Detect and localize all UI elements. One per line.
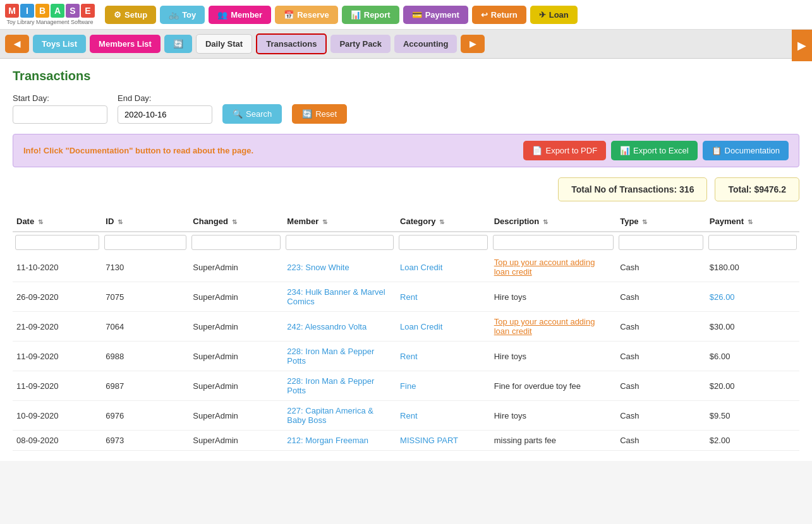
end-day-label: End Day: <box>118 93 212 103</box>
party-pack-button[interactable]: Party Pack <box>330 35 391 53</box>
total-transactions-value: 316 <box>679 184 694 194</box>
forward-button[interactable]: ▶ <box>461 35 485 53</box>
nav-btn-return[interactable]: ↩ Return <box>472 6 526 24</box>
daily-stat-button[interactable]: Daily Stat <box>196 34 252 54</box>
nav-label: Loan <box>549 10 569 20</box>
reset-icon: 🔄 <box>302 109 312 119</box>
logo-letter-m: M <box>5 4 19 18</box>
col-payment[interactable]: Payment ⇅ <box>706 211 799 232</box>
col-type[interactable]: Type ⇅ <box>616 211 706 232</box>
filter-id[interactable] <box>104 235 186 250</box>
cell-member: 234: Hulk Banner & Marvel Comics <box>283 282 396 312</box>
cell-date: 11-10-2020 <box>13 253 102 282</box>
table-row: 11-09-20206987SuperAdmin228: Iron Man & … <box>13 371 799 401</box>
nav-icon: 🚲 <box>169 10 179 20</box>
cell-description: Hire toys <box>490 401 616 431</box>
table-row: 11-10-20207130SuperAdmin223: Snow WhiteL… <box>13 253 799 282</box>
members-list-button[interactable]: Members List <box>90 35 161 53</box>
logo-subtitle: Toy Library Management Software <box>6 19 93 25</box>
filter-description[interactable] <box>493 235 614 250</box>
amount-value: $26.00 <box>710 292 735 302</box>
col-label-description: Description <box>494 217 540 226</box>
col-category[interactable]: Category ⇅ <box>396 211 490 232</box>
link-desc[interactable]: Top up your account adding loan credit <box>494 258 595 277</box>
cell-category: Loan Credit <box>396 312 490 342</box>
nav-btn-reserve[interactable]: 📅 Reserve <box>275 6 338 24</box>
nav-label: Payment <box>425 10 459 20</box>
cell-type: Cash <box>616 282 706 312</box>
cell-payment: $180.00 <box>706 253 799 282</box>
nav-btn-member[interactable]: 👥 Member <box>209 6 271 24</box>
nav-btn-setup[interactable]: ⚙ Setup <box>105 6 156 24</box>
cell-id: 7075 <box>102 282 189 312</box>
end-day-group: End Day: <box>118 93 212 124</box>
filter-changed[interactable] <box>191 235 281 250</box>
link-category[interactable]: MISSING PART <box>400 436 458 445</box>
sort-arrows-member: ⇅ <box>322 218 327 225</box>
reset-button[interactable]: 🔄 Reset <box>292 104 347 124</box>
link-member[interactable]: 228: Iron Man & Pepper Potts <box>287 347 374 366</box>
col-label-changed: Changed <box>193 217 228 226</box>
link-category[interactable]: Loan Credit <box>400 263 442 272</box>
link-member[interactable]: 234: Hulk Banner & Marvel Comics <box>287 287 385 306</box>
col-label-payment: Payment <box>710 217 744 226</box>
cell-changed: SuperAdmin <box>189 342 283 371</box>
total-transactions-box: Total No of Transactions: 316 <box>558 177 707 201</box>
transactions-button[interactable]: Transactions <box>256 33 327 54</box>
toys-list-button[interactable]: Toys List <box>33 35 86 53</box>
nav-btn-toy[interactable]: 🚲 Toy <box>160 6 205 24</box>
link-category[interactable]: Rent <box>400 352 417 361</box>
cell-date: 11-09-2020 <box>13 342 102 371</box>
sub-label: Party Pack <box>339 39 382 49</box>
sort-arrows-type: ⇅ <box>642 218 647 225</box>
back-button[interactable]: ◀ <box>5 35 29 53</box>
nav-btn-report[interactable]: 📊 Report <box>342 6 399 24</box>
col-changed[interactable]: Changed ⇅ <box>189 211 283 232</box>
sub-nav: ◀Toys ListMembers List🔄Daily StatTransac… <box>0 30 812 59</box>
cell-changed: SuperAdmin <box>189 371 283 401</box>
cell-category: MISSING PART <box>396 431 490 451</box>
nav-btn-payment[interactable]: 💳 Payment <box>403 6 468 24</box>
cell-category: Rent <box>396 401 490 431</box>
link-category[interactable]: Fine <box>400 381 416 391</box>
link-category[interactable]: Loan Credit <box>400 322 442 331</box>
end-day-input[interactable] <box>118 105 212 124</box>
link-category[interactable]: Rent <box>400 411 417 420</box>
info-bar: Info! Click "Documentation" button to re… <box>13 134 799 167</box>
filter-type[interactable] <box>619 235 703 250</box>
refresh-button[interactable]: 🔄 <box>164 35 192 53</box>
accounting-button[interactable]: Accounting <box>394 35 458 53</box>
cell-id: 6988 <box>102 342 189 371</box>
link-member[interactable]: 223: Snow White <box>287 263 349 272</box>
doc-icon: 📋 <box>712 146 722 155</box>
col-member[interactable]: Member ⇅ <box>283 211 396 232</box>
total-transactions-label: Total No of Transactions: <box>571 184 677 194</box>
col-id[interactable]: ID ⇅ <box>102 211 189 232</box>
link-member[interactable]: 212: Morgan Freeman <box>287 436 368 445</box>
filter-date[interactable] <box>15 235 99 250</box>
nav-label: Setup <box>124 10 147 20</box>
nav-btn-loan[interactable]: ✈ Loan <box>530 6 578 24</box>
cell-date: 10-09-2020 <box>13 401 102 431</box>
filter-payment[interactable] <box>708 235 797 250</box>
cell-payment: $6.00 <box>706 342 799 371</box>
table-body: 11-10-20207130SuperAdmin223: Snow WhiteL… <box>13 253 799 451</box>
link-member[interactable]: 227: Capitan America & Baby Boss <box>287 406 373 425</box>
sub-label: Daily Stat <box>205 39 243 49</box>
search-button[interactable]: 🔍 Search <box>222 104 282 124</box>
filter-member[interactable] <box>286 235 394 250</box>
col-description[interactable]: Description ⇅ <box>490 211 616 232</box>
link-member[interactable]: 228: Iron Man & Pepper Potts <box>287 376 374 395</box>
export-excel-button[interactable]: 📊 Export to Excel <box>611 141 697 160</box>
sub-label: Transactions <box>266 39 317 49</box>
link-category[interactable]: Rent <box>400 292 417 302</box>
export-excel-label: Export to Excel <box>633 146 688 155</box>
col-date[interactable]: Date ⇅ <box>13 211 102 232</box>
export-pdf-button[interactable]: 📄 Export to PDF <box>523 141 606 160</box>
documentation-button[interactable]: 📋 Documentation <box>703 141 789 160</box>
nav-icon: 📊 <box>351 10 361 20</box>
filter-category[interactable] <box>399 235 488 250</box>
start-day-input[interactable] <box>13 105 107 124</box>
link-member[interactable]: 242: Alessandro Volta <box>287 322 367 331</box>
link-desc[interactable]: Top up your account adding loan credit <box>494 317 595 336</box>
